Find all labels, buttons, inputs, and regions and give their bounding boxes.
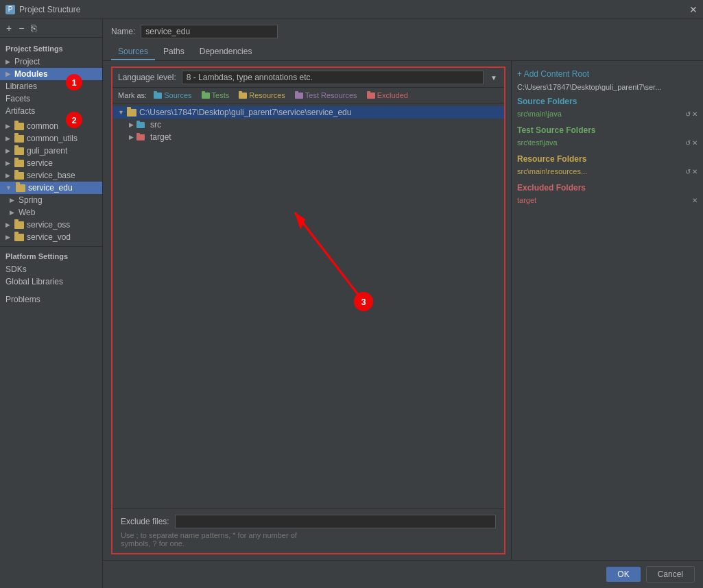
resource-folder-actions: ↺ ✕ (685, 168, 698, 175)
right-panel: + Add Content Root C:\Users\17847\Deskto… (511, 61, 703, 560)
language-value: 8 - Lambdas, type annotations etc. (182, 71, 484, 84)
arrow-icon: ▶ (5, 160, 10, 167)
excluded-folder-path: target (517, 196, 536, 204)
test-folder-path: src\test\java (517, 138, 558, 147)
module-label: service_base (27, 171, 75, 180)
mark-excluded-btn[interactable]: Excluded (364, 90, 411, 100)
tree-arrow-icon: ▶ (129, 134, 134, 140)
folder-icon (16, 184, 25, 192)
sidebar-item-project[interactable]: ▶ Project (0, 56, 102, 68)
module-list: ▶ common ▶ common_utils ▶ guli_parent ▶ (0, 120, 102, 243)
module-label: service_oss (27, 220, 70, 230)
tab-bar: Sources Paths Dependencies (103, 44, 703, 61)
arrow-icon: ▼ (5, 184, 12, 191)
arrow-icon: ▶ (5, 135, 10, 142)
mark-tests-label: Tests (212, 91, 230, 99)
sidebar-item-problems[interactable]: Problems (0, 292, 102, 307)
sidebar-item-sdks[interactable]: SDKs (0, 263, 102, 275)
mark-resources-label: Resources (249, 91, 285, 99)
tab-dependencies[interactable]: Dependencies (193, 44, 259, 60)
copy-module-button[interactable]: ⎘ (29, 22, 38, 34)
module-service[interactable]: ▶ service (0, 157, 102, 169)
module-tree: Project Settings ▶ Project ▶ Modules Lib… (0, 38, 102, 292)
sidebar-item-modules[interactable]: ▶ Modules (0, 68, 102, 80)
name-input[interactable] (141, 25, 278, 38)
module-service-oss[interactable]: ▶ service_oss (0, 219, 102, 231)
test-folder-edit-btn[interactable]: ↺ (685, 139, 691, 147)
tree-node-root[interactable]: ▼ C:\Users\17847\Desktop\guli_parent7\se… (112, 106, 504, 119)
bottom-bar: OK Cancel (103, 560, 703, 588)
title-bar-title: Project Structure (19, 5, 80, 14)
module-label: service (27, 158, 53, 168)
tab-sources[interactable]: Sources (111, 44, 155, 60)
resources-folder-icon (239, 93, 247, 99)
excluded-folder-row: target ✕ (517, 195, 698, 205)
module-web[interactable]: ▶ Web (0, 206, 102, 219)
source-folders-section: Source Folders src\main\java ↺ ✕ (517, 97, 698, 119)
exclude-section: Exclude files: Use ; to separate name pa… (112, 509, 504, 553)
module-common-utils[interactable]: ▶ common_utils (0, 132, 102, 145)
folder-icon (14, 147, 24, 155)
mark-excluded-label: Excluded (377, 91, 408, 99)
sidebar-item-global-libraries[interactable]: Global Libraries (0, 275, 102, 288)
sidebar-item-facets[interactable]: Facets (0, 93, 102, 105)
excluded-folders-section: Excluded Folders target ✕ (517, 183, 698, 205)
arrow-icon: ▶ (5, 123, 10, 130)
tab-paths[interactable]: Paths (156, 44, 191, 60)
cancel-button[interactable]: Cancel (646, 566, 695, 583)
close-button[interactable]: ✕ (689, 4, 698, 15)
project-settings-label: Project Settings (0, 42, 102, 56)
sidebar-item-label: Facets (5, 94, 30, 103)
language-dropdown-btn[interactable]: ▼ (489, 73, 499, 83)
mark-sources-btn[interactable]: Sources (151, 90, 194, 100)
resource-folder-edit-btn[interactable]: ↺ (685, 168, 691, 175)
source-folder-remove-btn[interactable]: ✕ (692, 110, 698, 118)
excluded-folder-remove-btn[interactable]: ✕ (692, 197, 698, 204)
tree-node-src[interactable]: ▶ src (112, 119, 504, 131)
exclude-label: Exclude files: (121, 517, 169, 526)
arrow-icon: ▶ (5, 221, 10, 228)
source-folder-row: src\main\java ↺ ✕ (517, 109, 698, 119)
module-spring[interactable]: ▶ Spring (0, 194, 102, 206)
remove-module-button[interactable]: − (16, 22, 26, 34)
module-service-vod[interactable]: ▶ service_vod (0, 231, 102, 243)
folder-icon (136, 134, 145, 140)
folder-icon (14, 160, 24, 167)
source-folder-edit-btn[interactable]: ↺ (685, 110, 691, 118)
sidebar-item-libraries[interactable]: Libraries (0, 80, 102, 93)
tests-folder-icon (202, 93, 210, 99)
folder-icon (14, 123, 24, 130)
mark-tests-btn[interactable]: Tests (199, 90, 233, 100)
resource-folder-row: src\main\resources... ↺ ✕ (517, 167, 698, 176)
add-content-root-btn[interactable]: + Add Content Root (517, 66, 698, 82)
mark-resources-btn[interactable]: Resources (236, 90, 288, 100)
excluded-folder-icon (367, 93, 375, 99)
exclude-hint: Use ; to separate name patterns, * for a… (121, 531, 496, 548)
excluded-folder-actions: ✕ (692, 197, 698, 204)
sidebar-item-label: Global Libraries (5, 277, 63, 286)
module-guli-parent[interactable]: ▶ guli_parent (0, 145, 102, 157)
source-folder-actions: ↺ ✕ (685, 110, 698, 118)
sidebar-item-artifacts[interactable]: Artifacts (0, 105, 102, 117)
module-common[interactable]: ▶ common (0, 120, 102, 132)
add-module-button[interactable]: + (4, 22, 14, 34)
folder-icon (14, 221, 24, 229)
module-service-base[interactable]: ▶ service_base (0, 169, 102, 182)
exclude-files-input[interactable] (175, 515, 496, 528)
module-service-edu[interactable]: ▼ service_edu (0, 182, 102, 194)
test-folder-row: src\test\java ↺ ✕ (517, 138, 698, 147)
app-icon: P (5, 5, 15, 14)
main-layout: + − ⎘ Project Settings ▶ Project ▶ Modul… (0, 19, 703, 588)
mark-test-resources-btn[interactable]: Test Resources (292, 90, 360, 100)
tree-arrow-icon: ▼ (118, 109, 124, 116)
resource-folder-path: src\main\resources... (517, 167, 587, 175)
tree-node-target[interactable]: ▶ target (112, 131, 504, 143)
sidebar-item-label: SDKs (5, 265, 27, 274)
language-label: Language level: (118, 73, 176, 82)
test-folder-remove-btn[interactable]: ✕ (692, 139, 698, 147)
sidebar-item-label: Modules (14, 69, 48, 79)
ok-button[interactable]: OK (606, 567, 640, 582)
resource-folders-section: Resource Folders src\main\resources... ↺… (517, 154, 698, 176)
sidebar-toolbar: + − ⎘ (0, 19, 102, 38)
resource-folder-remove-btn[interactable]: ✕ (692, 168, 698, 175)
